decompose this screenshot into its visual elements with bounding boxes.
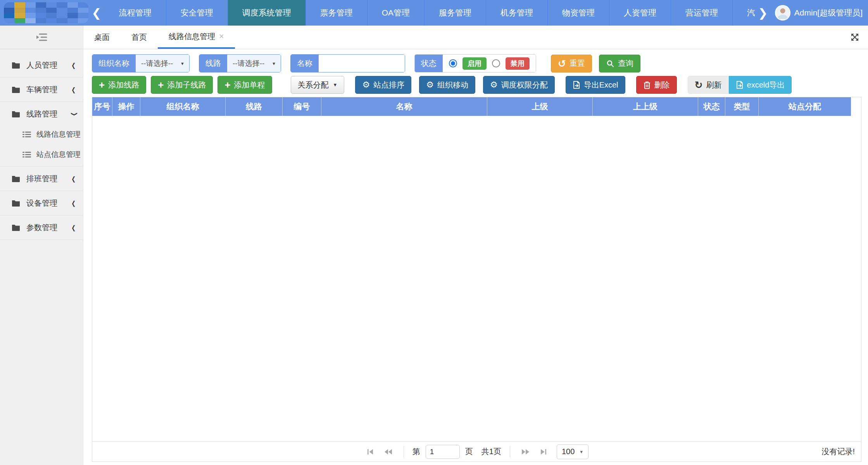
nav-item-dispatch-system[interactable]: 调度系统管理 xyxy=(228,0,305,26)
user-menu[interactable]: Admin[超级管理员] xyxy=(773,0,868,26)
trash-icon xyxy=(643,81,651,89)
status-enabled-badge: 启用 xyxy=(462,57,487,70)
column-header-station-assign[interactable]: 站点分配 xyxy=(759,97,851,116)
page-size-value: 100 xyxy=(562,447,575,456)
page-input[interactable] xyxy=(426,445,460,459)
user-name: Admin[超级管理员] xyxy=(794,7,863,18)
menu-fold-icon[interactable] xyxy=(36,33,47,42)
sidebar-item-label: 线路管理 xyxy=(26,109,71,119)
name-input[interactable] xyxy=(319,55,405,72)
page-size-select[interactable]: 100 ▼ xyxy=(557,444,588,459)
sidebar-item-station-info[interactable]: 站点信息管理 xyxy=(0,145,83,165)
column-header-org-name[interactable]: 组织名称 xyxy=(140,97,226,116)
sidebar-item-lines[interactable]: 线路管理 ❮ xyxy=(0,103,83,124)
column-header-type[interactable]: 类型 xyxy=(725,97,759,116)
sidebar-item-equipment[interactable]: 设备管理 ❮ xyxy=(0,193,83,214)
sidebar-item-parameters[interactable]: 参数管理 ❮ xyxy=(0,217,83,238)
caret-down-icon: ▼ xyxy=(180,61,185,66)
nav-item-service[interactable]: 服务管理 xyxy=(424,0,486,26)
column-header-actions[interactable]: 操作 xyxy=(112,97,140,116)
line-select[interactable]: --请选择-- ▼ xyxy=(227,55,281,72)
column-header-parent[interactable]: 上级 xyxy=(487,97,593,116)
sidebar-menu: 人员管理 ❮ 车辆管理 ❮ 线路管理 ❮ xyxy=(0,49,83,240)
column-header-code[interactable]: 编号 xyxy=(283,97,321,116)
pager-divider xyxy=(404,446,404,458)
sidebar-item-line-info[interactable]: 线路信息管理 xyxy=(0,124,83,145)
tab-line-info[interactable]: 线路信息管理 × xyxy=(158,26,235,49)
nav-item-oa[interactable]: OA管理 xyxy=(367,0,424,26)
add-line-button[interactable]: + 添加线路 xyxy=(92,76,146,94)
button-label: 删除 xyxy=(654,80,670,90)
nav-item-ticketing[interactable]: 票务管理 xyxy=(305,0,367,26)
exceld-export-button[interactable]: exceld导出 xyxy=(729,76,792,94)
station-sort-button[interactable]: ⚙ 站点排序 xyxy=(355,76,411,94)
sidebar-item-personnel[interactable]: 人员管理 ❮ xyxy=(0,55,83,76)
sidebar-item-vehicles[interactable]: 车辆管理 ❮ xyxy=(0,79,83,100)
caret-down-icon: ▼ xyxy=(272,61,276,66)
filter-row: 组织名称 --请选择-- ▼ 线路 --请选择-- ▼ 名称 状态 启用 禁用 xyxy=(92,54,861,72)
relation-assign-dropdown[interactable]: 关系分配 ▼ xyxy=(291,76,345,94)
nav-item-machinery[interactable]: 机务管理 xyxy=(486,0,547,26)
column-header-line[interactable]: 线路 xyxy=(226,97,283,116)
nav-item-safety[interactable]: 安全管理 xyxy=(166,0,228,26)
tab-label: 桌面 xyxy=(94,32,110,43)
sidebar-item-label: 人员管理 xyxy=(26,60,71,71)
button-label: 刷新 xyxy=(706,80,722,90)
status-enabled-radio[interactable] xyxy=(449,59,457,67)
folder-icon xyxy=(12,200,20,207)
sidebar-subitem-label: 线路信息管理 xyxy=(36,129,81,140)
org-move-button[interactable]: ⚙ 组织移动 xyxy=(419,76,475,94)
tab-desktop[interactable]: 桌面 xyxy=(83,26,121,49)
chevron-left-icon: ❮ xyxy=(71,224,76,231)
button-label: exceld导出 xyxy=(747,80,785,90)
add-sub-line-button[interactable]: + 添加子线路 xyxy=(151,76,213,94)
org-name-select[interactable]: --请选择-- ▼ xyxy=(136,55,189,72)
first-page-icon[interactable] xyxy=(365,448,376,456)
nav-item-hr[interactable]: 人资管理 xyxy=(609,0,671,26)
sidebar-item-scheduling[interactable]: 排班管理 ❮ xyxy=(0,168,83,189)
list-icon xyxy=(22,151,31,158)
search-button[interactable]: 查询 xyxy=(599,55,640,72)
prev-page-icon[interactable] xyxy=(382,448,395,456)
nav-item-materials[interactable]: 物资管理 xyxy=(547,0,609,26)
export-excel-button[interactable]: 导出Excel xyxy=(566,76,625,94)
close-icon[interactable]: × xyxy=(219,31,224,41)
button-label: 添加子线路 xyxy=(167,80,206,90)
search-icon xyxy=(606,59,614,68)
nav-scroll-right-icon[interactable]: ❯ xyxy=(755,0,771,26)
next-page-icon[interactable] xyxy=(519,448,532,456)
nav-item-operations[interactable]: 营运管理 xyxy=(671,0,732,26)
tab-label: 首页 xyxy=(131,32,147,43)
status-filter: 状态 启用 禁用 xyxy=(414,54,536,72)
avatar[interactable] xyxy=(775,5,790,21)
reset-button[interactable]: ↺ 重置 xyxy=(551,55,592,72)
nav-item-process[interactable]: 流程管理 xyxy=(105,0,166,26)
column-header-index[interactable]: 序号 xyxy=(92,97,112,116)
tab-label: 线路信息管理 xyxy=(169,31,215,42)
nav-item-vehicle-repair-clipped[interactable]: 汽修 xyxy=(732,0,755,26)
dispatch-permission-button[interactable]: ⚙ 调度权限分配 xyxy=(483,76,555,94)
status-disabled-radio[interactable] xyxy=(492,59,500,67)
fullscreen-icon[interactable] xyxy=(850,26,859,49)
button-label: 导出Excel xyxy=(584,80,618,90)
column-header-name[interactable]: 名称 xyxy=(321,97,487,116)
total-pages: 共1页 xyxy=(481,446,501,457)
name-filter: 名称 xyxy=(290,54,405,72)
chevron-down-icon: ❮ xyxy=(70,112,77,116)
delete-button[interactable]: 删除 xyxy=(636,76,677,94)
tab-home[interactable]: 首页 xyxy=(121,26,158,49)
last-page-icon[interactable] xyxy=(537,448,549,456)
column-header-grandparent[interactable]: 上上级 xyxy=(593,97,698,116)
line-filter: 线路 --请选择-- ▼ xyxy=(199,54,281,72)
main-content: 组织名称 --请选择-- ▼ 线路 --请选择-- ▼ 名称 状态 启用 禁用 xyxy=(83,49,868,465)
grid-header: 序号 操作 组织名称 线路 编号 名称 上级 上上级 状态 类型 站点分配 xyxy=(92,97,851,116)
nav-scroll-left-icon[interactable]: ❮ xyxy=(88,0,105,26)
toolbar: + 添加线路 + 添加子线路 + 添加单程 关系分配 ▼ ⚙ 站点排序 ⚙ 组织… xyxy=(92,76,861,94)
sidebar-item-label: 设备管理 xyxy=(26,198,71,208)
refresh-button[interactable]: ↻ 刷新 xyxy=(688,76,729,94)
chevron-left-icon: ❮ xyxy=(71,86,76,93)
column-header-status[interactable]: 状态 xyxy=(698,97,725,116)
search-button-label: 查询 xyxy=(618,58,633,69)
button-label: 添加线路 xyxy=(108,80,139,90)
add-one-way-button[interactable]: + 添加单程 xyxy=(217,76,272,94)
